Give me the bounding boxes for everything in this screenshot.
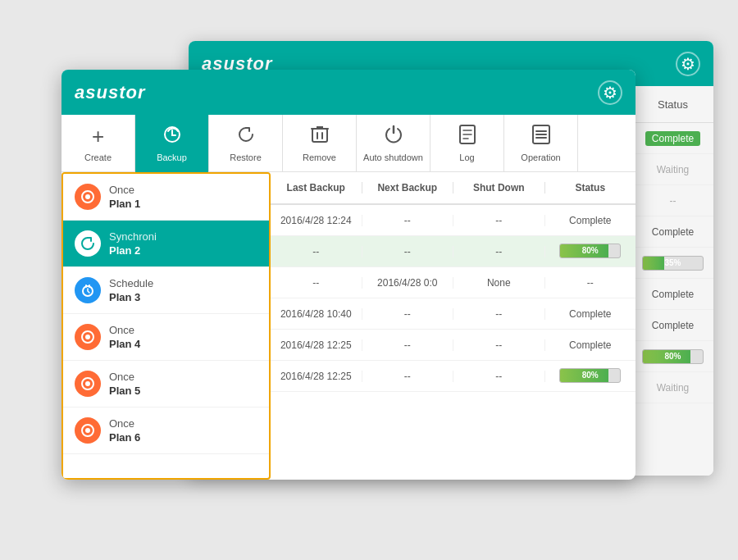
plan1-icon <box>75 184 101 210</box>
table-row: 2016/4/28 12:25 -- -- 80% <box>271 361 636 392</box>
sidebar-item-plan4[interactable]: Once Plan 4 <box>63 314 271 361</box>
bg-gear-button[interactable]: ⚙ <box>676 52 700 76</box>
autoshutdown-icon <box>384 125 403 149</box>
plan3-label: Plan 3 <box>109 291 153 303</box>
plan1-label: Plan 1 <box>109 198 140 210</box>
main-header: asustor ⚙ <box>61 70 636 115</box>
plan6-icon <box>75 417 101 444</box>
sidebar-wrapper: Once Plan 1 Synchroni Plan 2 <box>61 172 271 480</box>
sidebar-item-plan3[interactable]: Schedule Plan 3 <box>63 267 271 314</box>
toolbar-remove-button[interactable]: Remove <box>283 115 357 172</box>
plan3-icon <box>75 277 101 303</box>
main-gear-button[interactable]: ⚙ <box>598 80 622 105</box>
td-last-backup-3: -- <box>271 277 362 289</box>
td-status-6: 80% <box>545 368 636 385</box>
bg-status-item-7: Complete <box>632 310 713 341</box>
td-shutdown-6: -- <box>453 371 545 382</box>
td-last-backup-4: 2016/4/28 10:40 <box>271 308 362 320</box>
plan6-info: Once Plan 6 <box>109 417 140 444</box>
backup-icon <box>162 125 182 149</box>
table-header: Last Backup Next Backup Shut Down Status <box>271 172 636 205</box>
plan5-label: Plan 5 <box>109 385 140 397</box>
log-label: Log <box>459 153 474 162</box>
bg-status-item-1: Complete <box>632 123 713 154</box>
main-window: asustor ⚙ + Create Backup <box>61 70 636 480</box>
toolbar-create-button[interactable]: + Create <box>61 115 135 172</box>
plan6-label: Plan 6 <box>109 431 140 444</box>
toolbar-autoshutdown-button[interactable]: Auto shutdown <box>357 115 430 172</box>
plan4-info: Once Plan 4 <box>109 324 140 350</box>
plan2-type: Synchroni <box>109 230 157 243</box>
td-last-backup-2: -- <box>271 246 362 257</box>
td-last-backup-6: 2016/4/28 12:25 <box>271 371 362 382</box>
table-row: 2016/4/28 12:24 -- -- Complete <box>271 205 636 236</box>
th-next-backup: Next Backup <box>362 182 454 193</box>
td-next-backup-5: -- <box>362 339 454 351</box>
toolbar: + Create Backup Restore <box>61 115 636 172</box>
plan3-type: Schedule <box>109 277 153 289</box>
table-row: 2016/4/28 12:25 -- -- Complete <box>271 330 636 361</box>
bg-status-item-3: -- <box>632 185 713 216</box>
toolbar-restore-button[interactable]: Restore <box>209 115 283 172</box>
bg-status-item-9: Waiting <box>632 372 713 403</box>
td-shutdown-2: -- <box>453 246 545 257</box>
td-last-backup-1: 2016/4/28 12:24 <box>271 215 362 226</box>
restore-label: Restore <box>230 153 262 162</box>
td-status-1: Complete <box>545 215 636 226</box>
restore-icon <box>236 125 256 149</box>
svg-rect-8 <box>89 285 90 288</box>
td-status-5: Complete <box>545 339 636 351</box>
svg-rect-1 <box>312 129 327 142</box>
remove-label: Remove <box>303 153 336 162</box>
td-next-backup-3: 2016/4/28 0:0 <box>362 277 454 289</box>
toolbar-operation-button[interactable]: Operation <box>504 115 578 172</box>
plan5-type: Once <box>109 371 140 383</box>
sidebar-item-plan5[interactable]: Once Plan 5 <box>63 361 271 407</box>
svg-point-10 <box>85 335 90 339</box>
svg-point-5 <box>85 194 90 199</box>
autoshutdown-label: Auto shutdown <box>363 153 423 162</box>
progress-bar-35: 35% <box>642 256 704 271</box>
remove-icon <box>311 125 329 149</box>
bg-status-item-5: 35% <box>632 248 713 279</box>
plan2-icon <box>75 230 101 257</box>
td-status-3: -- <box>545 277 636 289</box>
bg-status-column: Status Complete Waiting -- Complete 35% … <box>631 86 713 476</box>
plan6-type: Once <box>109 417 140 430</box>
log-icon <box>458 125 476 149</box>
operation-icon <box>531 125 551 149</box>
content-area: Once Plan 1 Synchroni Plan 2 <box>61 172 636 480</box>
plan4-icon <box>75 324 101 350</box>
plan4-type: Once <box>109 324 140 336</box>
sidebar-item-plan6[interactable]: Once Plan 6 <box>63 407 271 454</box>
td-shutdown-3: None <box>453 277 545 289</box>
td-shutdown-5: -- <box>453 339 545 351</box>
plan2-info: Synchroni Plan 2 <box>109 230 157 257</box>
td-last-backup-5: 2016/4/28 12:25 <box>271 339 362 351</box>
plan5-info: Once Plan 5 <box>109 371 140 397</box>
svg-point-12 <box>85 381 90 386</box>
sidebar: Once Plan 1 Synchroni Plan 2 <box>63 174 271 454</box>
toolbar-log-button[interactable]: Log <box>430 115 504 172</box>
create-label: Create <box>84 153 112 162</box>
plan3-info: Schedule Plan 3 <box>109 277 153 303</box>
svg-point-14 <box>85 428 90 433</box>
td-shutdown-4: -- <box>453 308 545 320</box>
td-next-backup-1: -- <box>362 215 454 226</box>
table-area: Last Backup Next Backup Shut Down Status… <box>271 172 636 480</box>
th-shut-down: Shut Down <box>453 182 545 193</box>
plan5-icon <box>75 371 101 397</box>
table-row: -- 2016/4/28 0:0 None -- <box>271 267 636 298</box>
plan2-label: Plan 2 <box>109 244 157 257</box>
svg-rect-7 <box>85 285 87 288</box>
toolbar-backup-button[interactable]: Backup <box>135 115 209 172</box>
plan1-type: Once <box>109 184 140 196</box>
progress-bar-80: 80% <box>642 349 704 364</box>
sidebar-item-plan2[interactable]: Synchroni Plan 2 <box>63 221 271 267</box>
main-app-title: asustor <box>75 82 145 103</box>
plan1-info: Once Plan 1 <box>109 184 140 210</box>
operation-label: Operation <box>521 153 560 162</box>
sidebar-item-plan1[interactable]: Once Plan 1 <box>63 174 271 221</box>
td-next-backup-2: -- <box>362 246 454 257</box>
td-status-4: Complete <box>545 308 636 320</box>
